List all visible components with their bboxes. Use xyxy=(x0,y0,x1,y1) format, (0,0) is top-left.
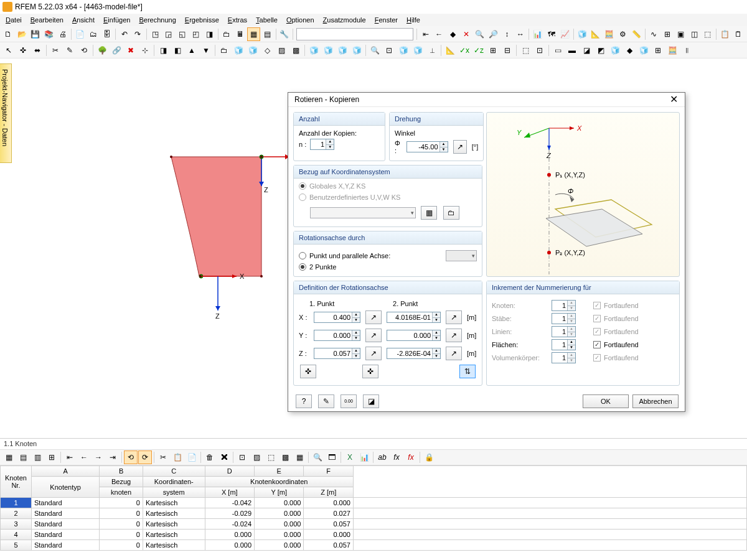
radio-2-points[interactable] xyxy=(299,263,306,271)
tb2-h[interactable]: 🔗 xyxy=(110,44,123,57)
tt-d[interactable]: ⊞ xyxy=(45,450,59,464)
btn-ah[interactable]: 🗒 xyxy=(732,27,745,41)
tb2-w[interactable]: 🧊 xyxy=(336,44,349,57)
radio-parallel-axis[interactable] xyxy=(299,252,306,259)
table-row[interactable]: 4 Standard 0 Kartesisch 0.000 0.000 0.00… xyxy=(1,530,747,540)
tb2-ar[interactable]: 🧮 xyxy=(665,44,679,57)
btn-ad[interactable]: ▣ xyxy=(674,27,687,41)
btn-ac[interactable]: ⊞ xyxy=(660,27,674,41)
btn-h[interactable]: 🗀 xyxy=(220,27,233,41)
menu-berechnung[interactable]: Berechnung xyxy=(134,15,180,25)
tb2-b[interactable]: ✜ xyxy=(16,44,30,57)
btn-d[interactable]: ◲ xyxy=(162,27,175,41)
tb2-p[interactable]: 🧊 xyxy=(232,44,245,57)
tb2-am[interactable]: ◩ xyxy=(594,44,608,57)
p1y-input[interactable]: ▲▼ xyxy=(314,330,360,341)
incr-checkbox[interactable] xyxy=(593,341,601,348)
p2z-pick[interactable]: ↗ xyxy=(446,347,462,360)
tt-last[interactable]: ⇥ xyxy=(106,450,120,464)
tb2-c[interactable]: ⬌ xyxy=(31,44,44,57)
open-icon[interactable]: 📂 xyxy=(16,27,29,41)
phi-input[interactable]: ▲▼ xyxy=(406,141,448,152)
calc-icon[interactable]: 🖩 xyxy=(233,27,247,41)
tt-q[interactable]: 🗖 xyxy=(325,450,339,464)
table-row[interactable]: 2 Standard 0 Kartesisch -0.029 0.000 0.0… xyxy=(1,508,747,519)
table-row[interactable]: 3 Standard 0 Kartesisch -0.024 0.000 0.0… xyxy=(1,519,747,530)
tt-fxx[interactable]: fx xyxy=(404,450,418,464)
tb2-y[interactable]: ⊡ xyxy=(382,44,396,57)
btn-aa[interactable]: 📏 xyxy=(630,27,643,41)
tt-prev[interactable]: ← xyxy=(77,450,91,464)
tb2-ac[interactable]: 📐 xyxy=(443,44,457,57)
btn-a[interactable]: 🗂 xyxy=(87,27,100,41)
menu-fenster[interactable]: Fenster xyxy=(370,15,402,25)
btn-t[interactable]: 📊 xyxy=(531,27,544,41)
sidebar-tab-navigator[interactable]: Projekt-Navigator - Daten xyxy=(0,63,12,163)
tt-first[interactable]: ⇤ xyxy=(63,450,77,464)
btn-ab[interactable]: ∿ xyxy=(647,27,660,41)
tt-next[interactable]: → xyxy=(92,450,105,464)
menu-hilfe[interactable]: Hilfe xyxy=(402,15,425,25)
tt-r[interactable]: 📊 xyxy=(357,450,371,464)
tb2-ai[interactable]: ⊡ xyxy=(533,44,547,57)
tb2-i[interactable]: ✖ xyxy=(124,44,138,57)
p2y-pick[interactable]: ↗ xyxy=(446,329,462,342)
tb2-e[interactable]: ✎ xyxy=(63,44,77,57)
cancel-button[interactable]: Abbrechen xyxy=(632,394,679,408)
p2x-input[interactable]: ▲▼ xyxy=(387,312,441,323)
tt-j[interactable]: 🗑 xyxy=(203,450,217,464)
tb2-an[interactable]: 🧊 xyxy=(608,44,622,57)
btn-s[interactable]: ↔ xyxy=(514,27,527,41)
tt-k[interactable]: 🗙 xyxy=(217,450,231,464)
btn-w[interactable]: 🧊 xyxy=(576,27,589,41)
tb2-v[interactable]: 🧊 xyxy=(321,44,335,57)
save-all-icon[interactable]: 📚 xyxy=(42,27,55,41)
table-row[interactable]: 5 Standard 0 Kartesisch 0.000 0.000 0.05… xyxy=(1,540,747,551)
menu-optionen[interactable]: Optionen xyxy=(282,15,319,25)
p1x-input[interactable]: ▲▼ xyxy=(314,312,360,323)
menu-zusatzmodule[interactable]: Zusatzmodule xyxy=(319,15,370,25)
close-icon[interactable]: ✕ xyxy=(666,93,681,106)
undo-icon[interactable]: ↶ xyxy=(118,27,131,41)
tb2-o[interactable]: 🗀 xyxy=(217,44,231,57)
tb2-d[interactable]: ✂ xyxy=(49,44,62,57)
copy-icon[interactable]: 📄 xyxy=(73,27,87,41)
tb2-s[interactable]: ▨ xyxy=(275,44,288,57)
tt-m[interactable]: ▨ xyxy=(250,450,263,464)
btn-j[interactable]: ▦ xyxy=(247,27,260,41)
tb2-af[interactable]: ⊞ xyxy=(486,44,500,57)
btn-r[interactable]: ↕ xyxy=(500,27,514,41)
btn-ae[interactable]: ◫ xyxy=(688,27,701,41)
tt-l[interactable]: ⊡ xyxy=(235,450,249,464)
ok-button[interactable]: OK xyxy=(583,394,629,408)
tb2-a[interactable]: ↖ xyxy=(2,44,16,57)
tb2-as[interactable]: ⫴ xyxy=(680,44,693,57)
menu-ansicht[interactable]: Ansicht xyxy=(68,15,99,25)
tb2-l[interactable]: ◧ xyxy=(171,44,184,57)
edit-icon[interactable]: ✎ xyxy=(318,394,334,408)
phi-pick-icon[interactable]: ↗ xyxy=(453,140,467,154)
p1x-pick[interactable]: ↗ xyxy=(365,310,382,324)
tb2-ad[interactable]: ✓x xyxy=(458,44,471,57)
tb2-t[interactable]: ▩ xyxy=(289,44,303,57)
tb2-ah[interactable]: ⬚ xyxy=(519,44,532,57)
tb2-ae[interactable]: ✓z xyxy=(472,44,486,57)
tt-a[interactable]: ▦ xyxy=(2,450,16,464)
btn-n[interactable]: ◆ xyxy=(446,27,459,41)
btn-k[interactable]: ▤ xyxy=(261,27,274,41)
settings-icon[interactable]: ◪ xyxy=(363,394,379,408)
nav-prev-icon[interactable]: ← xyxy=(433,27,446,41)
tb2-zoom[interactable]: 🔍 xyxy=(368,44,382,57)
menu-tabelle[interactable]: Tabelle xyxy=(251,15,282,25)
tb2-ak[interactable]: ▬ xyxy=(565,44,579,57)
btn-o[interactable]: ✕ xyxy=(459,27,472,41)
tb2-x[interactable]: 🧊 xyxy=(350,44,364,57)
incr-input[interactable]: ▲▼ xyxy=(552,339,576,350)
tt-excel[interactable]: X xyxy=(343,450,357,464)
menu-ergebnisse[interactable]: Ergebnisse xyxy=(181,15,223,25)
btn-x[interactable]: 📐 xyxy=(589,27,602,41)
tt-view[interactable]: 🔍 xyxy=(311,450,324,464)
tb2-aa[interactable]: 🧊 xyxy=(411,44,425,57)
n-input[interactable]: ▲▼ xyxy=(310,139,334,150)
tb2-aj[interactable]: ▭ xyxy=(551,44,565,57)
